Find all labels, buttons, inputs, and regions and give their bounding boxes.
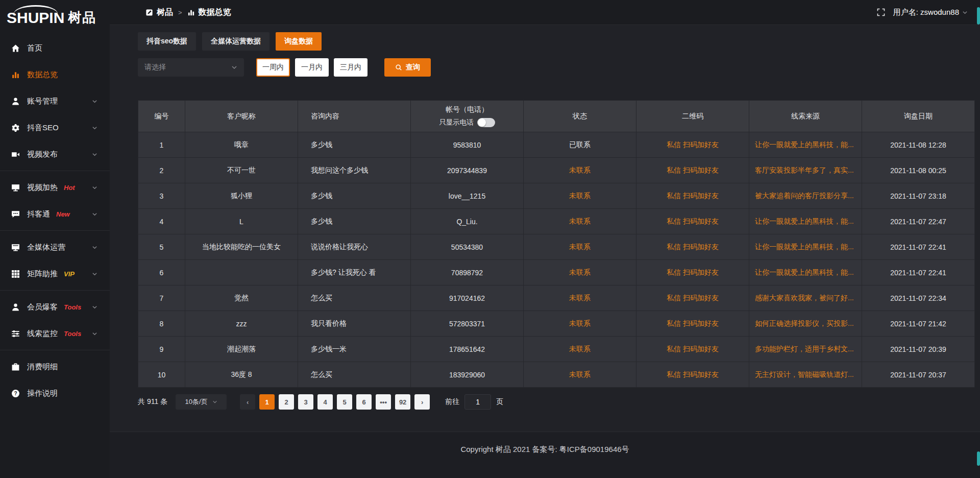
sidebar-item-douyin-seo[interactable]: 抖音SEO: [0, 114, 110, 141]
sidebar-item-label: 抖客通: [27, 209, 50, 219]
cell-nickname: 潮起潮落: [185, 337, 298, 362]
lead-source-link[interactable]: 让你一眼就爱上的黑科技，能...: [755, 268, 854, 276]
qr-add-friend-link[interactable]: 私信 扫码加好友: [667, 319, 719, 327]
cell-source: 让你一眼就爱上的黑科技，能...: [749, 209, 862, 234]
cell-content: 我只看价格: [298, 311, 411, 337]
table-row: 2不可一世我想问这个多少钱2097344839未联系私信 扫码加好友客厅安装投影…: [138, 158, 975, 183]
lead-source-link[interactable]: 让你一眼就爱上的黑科技，能...: [755, 140, 854, 149]
sidebar-item-video-boost[interactable]: 视频加热Hot: [0, 174, 110, 201]
col-header-no: 编号: [138, 101, 185, 132]
cell-qrcode: 私信 扫码加好友: [636, 234, 749, 260]
lead-source-link[interactable]: 多功能护栏灯，适用于乡村文...: [755, 345, 854, 353]
sidebar-badge: VIP: [64, 270, 75, 278]
qr-add-friend-link[interactable]: 私信 扫码加好友: [667, 243, 719, 251]
cell-status: 未联系: [524, 362, 636, 388]
lead-source-link[interactable]: 客厅安装投影半年多了，真实...: [755, 166, 854, 174]
lead-source-link[interactable]: 无主灯设计，智能磁吸轨道灯...: [755, 370, 854, 378]
username-label: 用户名: zswodun88: [893, 8, 959, 17]
cell-nickname: 36度 8: [185, 362, 298, 388]
table-row: 5当地比较能吃的一位美女说说价格让我死心50534380未联系私信 扫码加好友让…: [138, 234, 975, 260]
page-number-button-1[interactable]: 1: [259, 394, 275, 410]
sidebar-item-expense-detail[interactable]: 消费明细: [0, 353, 110, 380]
goto-page-input[interactable]: [464, 394, 491, 410]
question-icon: ?: [11, 389, 20, 398]
lead-source-link[interactable]: 让你一眼就爱上的黑科技，能...: [755, 217, 854, 225]
cell-status: 未联系: [524, 260, 636, 285]
sidebar-item-matrix-boost[interactable]: 矩阵助推VIP: [0, 260, 110, 287]
page-number-button-4[interactable]: 4: [317, 394, 333, 410]
page-number-button-2[interactable]: 2: [279, 394, 294, 410]
tabs: 抖音seo数据全媒体运营数据询盘数据: [138, 32, 975, 51]
page-number-button-3[interactable]: 3: [298, 394, 313, 410]
sidebar-item-label: 视频发布: [27, 150, 58, 159]
fullscreen-icon[interactable]: [877, 8, 885, 16]
sidebar-item-instructions[interactable]: ?操作说明: [0, 380, 110, 407]
lead-source-link[interactable]: 感谢大家喜欢我家，被问了好...: [755, 294, 854, 302]
lead-source-link[interactable]: 让你一眼就爱上的黑科技，能...: [755, 243, 854, 251]
tab-inquiry-data[interactable]: 询盘数据: [276, 32, 322, 51]
cell-content: 多少钱: [298, 183, 411, 209]
cell-date: 2021-11-07 22:47: [862, 209, 975, 234]
sidebar-item-label: 会员爆客: [27, 302, 58, 312]
page-number-button-6[interactable]: 6: [356, 394, 372, 410]
cell-account: 9583810: [411, 132, 524, 158]
pagination: 共 911 条 10条/页 ‹ 123456•••92 › 前往 页: [138, 394, 975, 410]
qr-add-friend-link[interactable]: 私信 扫码加好友: [667, 192, 719, 200]
page-number-button-5[interactable]: 5: [337, 394, 352, 410]
filter-select-placeholder: 请选择: [144, 63, 166, 72]
tab-omni-media-data[interactable]: 全媒体运营数据: [202, 32, 270, 51]
cell-date: 2021-11-08 12:28: [862, 132, 975, 158]
chevron-down-icon: [962, 10, 968, 15]
breadcrumb-item-shupin[interactable]: 树品: [145, 7, 173, 18]
time-range-button-3[interactable]: 三月内: [334, 58, 368, 77]
sidebar-item-video-publish[interactable]: 视频发布: [0, 141, 110, 168]
page-number-button-92[interactable]: 92: [395, 394, 410, 410]
breadcrumb-label: 数据总览: [199, 7, 231, 18]
next-page-button[interactable]: ›: [414, 394, 430, 410]
chevron-down-icon: [92, 211, 97, 217]
qr-add-friend-link[interactable]: 私信 扫码加好友: [667, 217, 719, 225]
breadcrumb-item-data-overview[interactable]: 数据总览: [187, 7, 231, 18]
qr-add-friend-link[interactable]: 私信 扫码加好友: [667, 370, 719, 378]
cell-qrcode: 私信 扫码加好友: [636, 285, 749, 311]
prev-page-button[interactable]: ‹: [240, 394, 255, 410]
qr-add-friend-link[interactable]: 私信 扫码加好友: [667, 268, 719, 276]
wallet-icon: [11, 363, 20, 371]
cell-nickname: zzz: [185, 311, 298, 337]
page-size-select[interactable]: 10条/页: [176, 394, 227, 410]
col-header-date: 询盘日期: [862, 101, 975, 132]
lead-source-link[interactable]: 被大家追着问的客厅投影分享...: [755, 192, 854, 200]
sidebar-item-home[interactable]: 首页: [0, 35, 110, 61]
user-menu[interactable]: 用户名: zswodun88: [893, 8, 968, 17]
qr-add-friend-link[interactable]: 私信 扫码加好友: [667, 345, 719, 353]
qr-add-friend-link[interactable]: 私信 扫码加好友: [667, 166, 719, 174]
chevron-down-icon: [92, 125, 97, 131]
search-button[interactable]: 查询: [384, 58, 431, 77]
table-row: 6多少钱? 让我死心 看70898792未联系私信 扫码加好友让你一眼就爱上的黑…: [138, 260, 975, 285]
page-ellipsis-button[interactable]: •••: [376, 394, 391, 410]
col-header-qrcode: 二维码: [636, 101, 749, 132]
tab-douyin-seo-data[interactable]: 抖音seo数据: [138, 32, 196, 51]
cell-no: 8: [138, 311, 185, 337]
sidebar-item-omni-media[interactable]: 全媒体运营: [0, 234, 110, 260]
cell-qrcode: 私信 扫码加好友: [636, 260, 749, 285]
cell-account: 50534380: [411, 234, 524, 260]
cell-source: 感谢大家喜欢我家，被问了好...: [749, 285, 862, 311]
time-range-button-2[interactable]: 一月内: [295, 58, 329, 77]
lead-source-link[interactable]: 如何正确选择投影仪，买投影...: [755, 319, 854, 327]
sidebar-item-data-overview[interactable]: 数据总览: [0, 61, 110, 88]
filter-select[interactable]: 请选择: [138, 58, 244, 77]
status-badge: 未联系: [569, 370, 591, 378]
sidebar-item-member-burst[interactable]: 会员爆客Tools: [0, 294, 110, 320]
qr-add-friend-link[interactable]: 私信 扫码加好友: [667, 294, 719, 302]
sidebar-badge: Hot: [64, 184, 75, 192]
phone-only-toggle[interactable]: [477, 118, 495, 127]
time-range-button-1[interactable]: 一周内: [256, 58, 290, 77]
sidebar-item-lead-monitor[interactable]: 线索监控Tools: [0, 320, 110, 347]
cell-account: love__1215: [411, 183, 524, 209]
qr-add-friend-link[interactable]: 私信 扫码加好友: [667, 140, 719, 149]
cell-date: 2021-11-07 22:41: [862, 260, 975, 285]
sidebar-item-douketong[interactable]: 抖客通New: [0, 201, 110, 227]
sidebar-item-account-management[interactable]: 账号管理: [0, 88, 110, 114]
cell-status: 未联系: [524, 234, 636, 260]
